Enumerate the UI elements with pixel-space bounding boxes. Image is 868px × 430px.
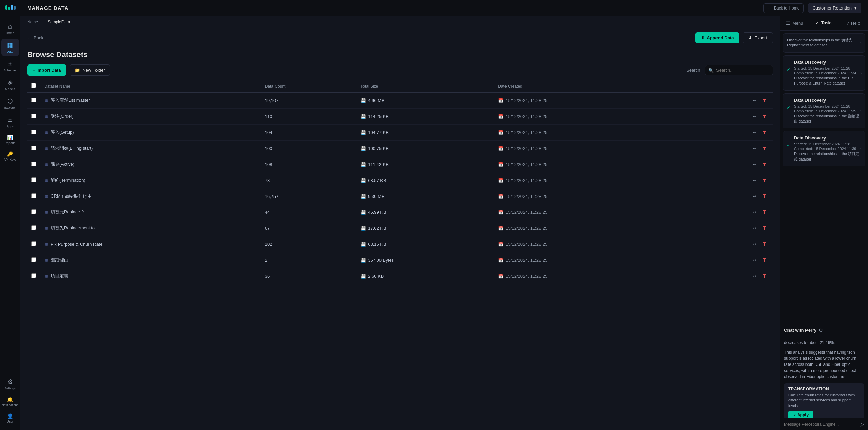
row-checkbox[interactable] [31,257,36,262]
upload-icon: ⬆ [701,35,705,40]
user-icon: 👤 [7,413,13,419]
delete-dataset-button[interactable]: 🗑 [761,176,769,185]
import-data-button[interactable]: + Import Data [27,64,66,76]
back-button[interactable]: ← Back [27,35,43,40]
expand-dataset-button[interactable]: ↔ [750,128,759,137]
sidebar-item-schemas[interactable]: ⊞ Schemas [1,57,19,75]
table-grid-icon: ▦ [44,146,48,151]
delete-dataset-button[interactable]: 🗑 [761,240,769,248]
sidebar-item-settings[interactable]: ⚙ Settings [1,375,19,393]
calendar-icon: 📅 [498,210,503,215]
row-checkbox[interactable] [31,162,36,166]
search-input[interactable] [705,65,773,75]
task-card-2[interactable]: ✓ Data Discovery Started: 15 December 20… [783,93,865,129]
date-created: 15/12/2024, 11:28:25 [506,274,547,279]
tab-tasks[interactable]: ✓ Tasks [809,16,838,30]
dataset-name: 導入店舗List master [51,97,90,104]
chat-input[interactable] [784,422,857,427]
delete-dataset-button[interactable]: 🗑 [761,224,769,232]
project-selector[interactable]: Customer Retention ▾ [808,3,861,13]
row-checkbox[interactable] [31,273,36,278]
chat-message-1: decreases to about 21.16%. [784,340,864,346]
disk-icon: 💾 [360,178,366,183]
delete-dataset-button[interactable]: 🗑 [761,272,769,280]
sidebar-item-home[interactable]: ⌂ Home [1,20,19,37]
row-checkbox[interactable] [31,241,36,246]
expand-dataset-button[interactable]: ↔ [750,144,759,153]
datasets-toolbar: + Import Data 📁 New Folder Search: 🔍 [20,64,780,80]
expand-dataset-button[interactable]: ↔ [750,160,759,169]
chat-send-button[interactable]: ▷ [860,421,864,427]
expand-dataset-button[interactable]: ↔ [750,208,759,217]
tab-menu[interactable]: ☰ Menu [780,16,809,30]
delete-dataset-button[interactable]: 🗑 [761,256,769,264]
expand-dataset-button[interactable]: ↔ [750,112,759,121]
expand-dataset-button[interactable]: ↔ [750,272,759,280]
task-card-3[interactable]: ✓ Data Discovery Started: 15 December 20… [783,131,865,166]
export-icon: ⬇ [748,35,752,40]
sidebar-item-explorer[interactable]: ⬡ Explorer [1,95,19,112]
disk-icon: 💾 [360,226,366,231]
delete-dataset-button[interactable]: 🗑 [761,112,769,121]
tasks-list: Discover the relationships in the 切替先Rep… [780,31,868,324]
sidebar-item-user[interactable]: 👤 User [1,411,19,426]
expand-dataset-button[interactable]: ↔ [750,192,759,201]
app-logo [4,4,16,16]
sidebar-bottom: ⚙ Settings 🔔 Notifications 👤 User [1,375,19,426]
col-size: Total Size [356,80,494,93]
tab-help[interactable]: ? Help [839,16,868,30]
svg-rect-0 [5,5,7,10]
sidebar-item-label: Data [7,50,13,53]
dataset-name: 翻踏理由 [51,257,68,263]
task-card-1[interactable]: ✓ Data Discovery Started: 15 December 20… [783,55,865,91]
export-button[interactable]: ⬇ Export [743,32,773,43]
table-grid-icon: ▦ [44,226,48,230]
row-checkbox[interactable] [31,130,36,134]
task-card[interactable]: Discover the relationships in the 切替先Rep… [783,33,865,53]
back-to-home-button[interactable]: ← Back to Home [763,3,804,13]
row-checkbox[interactable] [31,114,36,118]
expand-dataset-button[interactable]: ↔ [750,96,759,105]
project-name: Customer Retention [812,5,852,11]
row-checkbox[interactable] [31,209,36,214]
append-data-button[interactable]: ⬆ Append Data [695,32,739,43]
sidebar-item-data[interactable]: ▦ Data [1,39,19,56]
delete-dataset-button[interactable]: 🗑 [761,192,769,201]
delete-dataset-button[interactable]: 🗑 [761,208,769,217]
expand-dataset-button[interactable]: ↔ [750,224,759,232]
transformation-label: TRANSFORMATION [788,387,860,391]
delete-dataset-button[interactable]: 🗑 [761,96,769,105]
sidebar-item-reports[interactable]: 📊 Reports [1,132,19,147]
delete-dataset-button[interactable]: 🗑 [761,128,769,137]
sidebar-item-models[interactable]: ◈ Models [1,76,19,93]
menu-icon: ☰ [786,21,790,26]
expand-chat-icon[interactable]: ⬡ [819,328,822,333]
new-folder-button[interactable]: 📁 New Folder [70,64,110,76]
table-grid-icon: ▦ [44,258,48,262]
sidebar-item-api-keys[interactable]: 🔑 API Keys [1,149,19,164]
home-icon: ⌂ [8,23,12,30]
sidebar-item-notifications[interactable]: 🔔 Notifications [1,394,19,409]
tasks-icon: ✓ [815,20,819,25]
data-panel: Name — SampleData ← Back ⬆ Append Data ⬇ [20,16,780,430]
expand-dataset-button[interactable]: ↔ [750,256,759,264]
delete-dataset-button[interactable]: 🗑 [761,144,769,153]
row-checkbox[interactable] [31,146,36,150]
expand-dataset-button[interactable]: ↔ [750,240,759,248]
data-count: 36 [261,268,357,284]
sidebar-item-apps[interactable]: ⊟ Apps [1,113,19,131]
expand-dataset-button[interactable]: ↔ [750,176,759,185]
row-checkbox[interactable] [31,225,36,230]
transformation-desc: Calculate churn rates for customers with… [788,393,860,408]
date-created: 15/12/2024, 11:28:25 [506,226,547,231]
row-checkbox[interactable] [31,193,36,198]
send-icon: ▷ [860,421,864,427]
select-all-checkbox[interactable] [31,83,36,88]
row-checkbox[interactable] [31,98,36,102]
apply-transformation-button[interactable]: ✓ Apply [788,411,813,418]
sidebar-item-label: Notifications [2,403,18,407]
table-row: ▦ 切替先Replacement to 67 💾 17.62 KB 📅 15/1… [27,220,773,236]
search-wrapper: 🔍 [705,65,773,75]
row-checkbox[interactable] [31,177,36,182]
delete-dataset-button[interactable]: 🗑 [761,160,769,169]
